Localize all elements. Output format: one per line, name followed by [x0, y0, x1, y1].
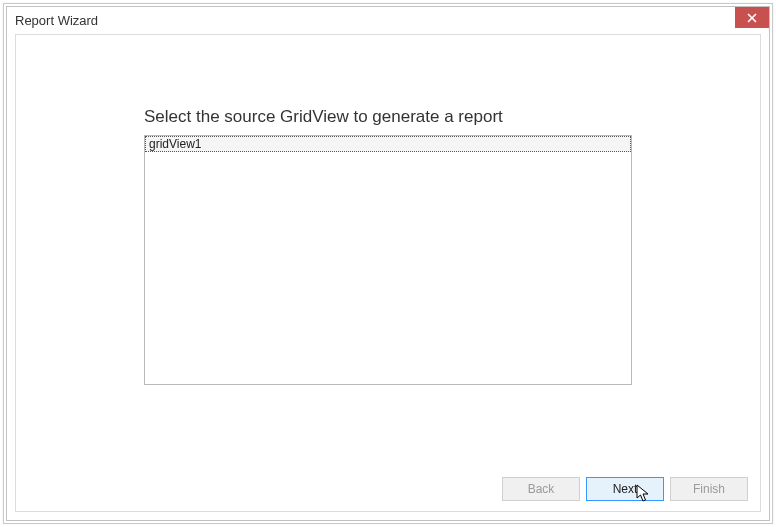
next-button-label: Next — [613, 482, 638, 496]
back-button-label: Back — [528, 482, 555, 496]
finish-button-label: Finish — [693, 482, 725, 496]
close-icon — [747, 13, 757, 23]
content-panel: Select the source GridView to generate a… — [15, 34, 761, 512]
window-title: Report Wizard — [15, 13, 98, 28]
gridview-listbox[interactable]: gridView1 — [144, 135, 632, 385]
wizard-button-row: Back Next Finish — [502, 477, 748, 501]
back-button[interactable]: Back — [502, 477, 580, 501]
titlebar: Report Wizard — [7, 7, 769, 34]
close-button[interactable] — [735, 7, 769, 28]
wizard-window: Report Wizard Select the source GridView… — [6, 6, 770, 521]
next-button[interactable]: Next — [586, 477, 664, 501]
list-item[interactable]: gridView1 — [145, 136, 631, 152]
instruction-label: Select the source GridView to generate a… — [144, 107, 503, 127]
finish-button[interactable]: Finish — [670, 477, 748, 501]
